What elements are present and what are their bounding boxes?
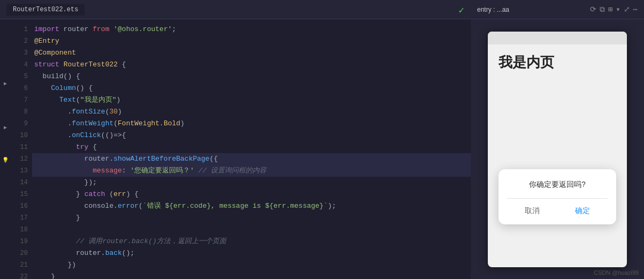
code-line: Text("我是内页") <box>32 94 471 106</box>
code-token: ; <box>172 24 176 35</box>
code-token: ); <box>328 200 336 212</box>
line-number: 13 <box>20 165 28 177</box>
code-line: }); <box>32 177 471 188</box>
line-number: 6 <box>24 82 28 94</box>
phone-screen: 我是内页 你确定要返回吗? 取消 确定 <box>488 32 627 267</box>
code-token: console. <box>34 200 118 212</box>
expand-icon[interactable]: ⤢ <box>624 5 630 14</box>
line-number: 8 <box>24 106 28 118</box>
line-number: 12 <box>20 153 28 165</box>
code-token: . <box>34 130 72 141</box>
code-token: ( <box>105 188 114 200</box>
phone-status-bar <box>488 32 627 44</box>
line-number: 21 <box>20 259 28 271</box>
layers-icon[interactable]: ⧉ <box>600 5 605 14</box>
code-token: '@ohos.router' <box>113 24 172 35</box>
code-token <box>34 82 51 94</box>
code-token: router. <box>34 247 105 259</box>
phone-page-title: 我是内页 <box>499 53 616 72</box>
code-line: @Entry <box>32 35 471 47</box>
code-line: router.back(); <box>32 247 471 259</box>
code-content[interactable]: ▶▶💡 123456789101112131415161718192021222… <box>0 19 471 279</box>
code-token: from <box>93 24 109 35</box>
code-token: @Entry <box>34 35 59 47</box>
code-token: ( <box>139 200 143 212</box>
code-token: struct <box>34 59 59 71</box>
line-number: 10 <box>20 130 28 141</box>
preview-panel: entry : ...aa ⟳ ⧉ ⊞ ▾ ⤢ ⋯ 我是内页 你确定要返回吗? … <box>471 0 644 279</box>
code-token: '您确定要返回吗？' <box>130 165 194 177</box>
check-icon: ✓ <box>458 4 464 16</box>
more-icon[interactable]: ⋯ <box>633 5 638 14</box>
sync-icon[interactable]: ⟳ <box>590 5 596 14</box>
phone-content: 我是内页 <box>488 44 627 80</box>
code-token: ( <box>76 94 80 106</box>
code-token <box>194 165 198 177</box>
code-token: onClick <box>72 130 101 141</box>
watermark: CSDN @huazi99 <box>594 269 639 276</box>
code-line: // 调用router.back()方法，返回上一个页面 <box>32 236 471 247</box>
code-lines[interactable]: import router from '@ohos.router';@Entry… <box>32 19 471 279</box>
code-token: "我是内页" <box>80 94 117 106</box>
code-token: } <box>34 188 85 200</box>
preview-topbar: entry : ...aa ⟳ ⧉ ⊞ ▾ ⤢ ⋯ <box>471 0 644 19</box>
editor-area: RouterTest022.ets ✓ ▶▶💡 1234567891011121… <box>0 0 471 279</box>
code-token: build() { <box>34 71 80 82</box>
code-token: try <box>76 141 88 153</box>
line-number: 15 <box>20 188 28 200</box>
code-token <box>59 59 64 71</box>
code-token: (); <box>122 247 134 259</box>
code-token: { <box>118 59 126 71</box>
code-token: // 调用router.back()方法，返回上一个页面 <box>34 236 226 247</box>
code-token: catch <box>85 188 105 200</box>
dialog-confirm-button[interactable]: 确定 <box>564 204 601 218</box>
preview-icons: ⟳ ⧉ ⊞ ▾ ⤢ ⋯ <box>590 5 638 14</box>
editor-tab[interactable]: RouterTest022.ets <box>6 4 85 16</box>
code-token: FontWeight <box>118 118 159 130</box>
code-line: } <box>32 271 471 279</box>
code-line: router.showAlertBeforeBackPage({ <box>32 153 471 165</box>
code-token: // 设置询问框的内容 <box>198 165 266 177</box>
code-token: . <box>34 106 72 118</box>
code-line <box>32 224 471 236</box>
code-token: fontWeight <box>72 118 113 130</box>
code-token: . <box>159 118 164 130</box>
line-numbers: 1234567891011121314151617181920212223 <box>11 19 32 279</box>
dialog-cancel-button[interactable]: 取消 <box>514 204 550 218</box>
code-token: { <box>88 141 97 153</box>
tab-label: RouterTest022.ets <box>13 6 78 13</box>
code-token: router <box>59 24 93 35</box>
code-token: }) <box>34 259 76 271</box>
line-number: 14 <box>20 177 28 188</box>
line-number: 18 <box>20 224 28 236</box>
code-line: console.error(`错误 ${err.code}, message i… <box>32 200 471 212</box>
line-number: 17 <box>20 212 28 224</box>
code-token <box>34 94 59 106</box>
line-number: 9 <box>24 118 28 130</box>
code-line: Column() { <box>32 82 471 94</box>
code-line: try { <box>32 141 471 153</box>
code-line: @Component <box>32 47 471 59</box>
code-token <box>34 165 93 177</box>
code-token: error <box>118 200 139 212</box>
line-number: 22 <box>20 271 28 279</box>
code-line: struct RouterTest022 { <box>32 59 471 71</box>
line-number: 11 <box>20 141 28 153</box>
code-token: : <box>122 165 131 177</box>
code-token: showAlertBeforeBackPage <box>113 153 209 165</box>
grid-icon[interactable]: ⊞ <box>608 5 612 14</box>
line-number: 1 <box>24 24 28 35</box>
line-number: 2 <box>24 35 28 47</box>
code-token: () { <box>76 82 93 94</box>
device-frame: 我是内页 你确定要返回吗? 取消 确定 CSDN @huazi99 <box>471 19 644 279</box>
code-token: router. <box>34 153 113 165</box>
gutter-item: ▶ <box>4 122 7 133</box>
code-token: Text <box>59 94 76 106</box>
line-number: 16 <box>20 200 28 212</box>
code-token: ( <box>113 118 118 130</box>
code-line: }) <box>32 259 471 271</box>
chevron-icon[interactable]: ▾ <box>616 5 620 14</box>
dialog-overlay: 你确定要返回吗? 取消 确定 <box>499 169 616 224</box>
code-token: err <box>113 188 126 200</box>
line-number: 19 <box>20 236 28 247</box>
